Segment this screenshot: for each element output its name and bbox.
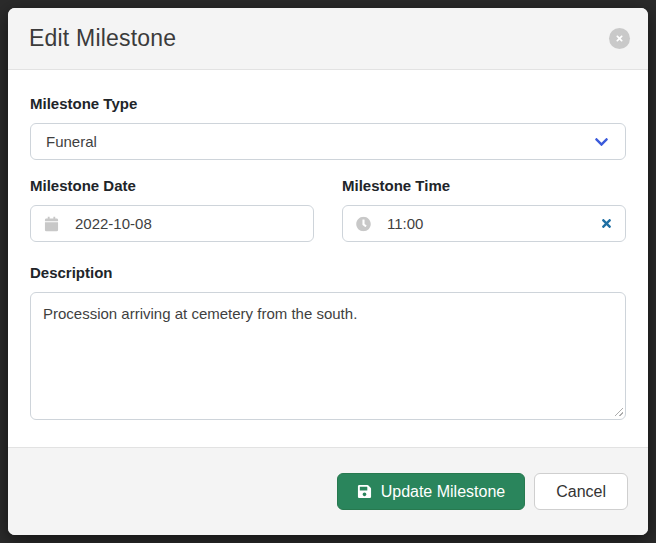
edit-milestone-dialog: Edit Milestone Milestone Type Funeral xyxy=(8,8,648,535)
dialog-header: Edit Milestone xyxy=(8,8,648,70)
milestone-time-input[interactable] xyxy=(342,205,626,242)
description-label: Description xyxy=(30,264,626,281)
clear-time-button[interactable] xyxy=(597,215,615,233)
milestone-date-label: Milestone Date xyxy=(30,177,314,194)
date-time-row: Milestone Date Milestone Time xyxy=(30,177,626,242)
chevron-down-icon xyxy=(594,134,609,149)
milestone-time-label: Milestone Time xyxy=(342,177,626,194)
close-button[interactable] xyxy=(609,28,630,49)
description-wrap: Procession arriving at cemetery from the… xyxy=(30,292,626,420)
milestone-date-input[interactable] xyxy=(30,205,314,242)
description-textarea[interactable]: Procession arriving at cemetery from the… xyxy=(30,292,626,420)
save-icon xyxy=(357,484,372,499)
milestone-date-group: Milestone Date xyxy=(30,177,314,242)
milestone-time-group: Milestone Time xyxy=(342,177,626,242)
update-milestone-label: Update Milestone xyxy=(381,483,506,501)
milestone-type-group: Milestone Type Funeral xyxy=(30,95,626,160)
milestone-time-wrap xyxy=(342,205,626,242)
close-icon xyxy=(615,34,624,43)
dialog-body: Milestone Type Funeral Milestone Date xyxy=(8,70,648,447)
milestone-type-label: Milestone Type xyxy=(30,95,626,112)
milestone-date-wrap xyxy=(30,205,314,242)
milestone-type-value: Funeral xyxy=(46,133,97,150)
description-group: Description Procession arriving at cemet… xyxy=(30,264,626,420)
dialog-footer: Update Milestone Cancel xyxy=(8,447,648,535)
milestone-type-select[interactable]: Funeral xyxy=(30,123,626,160)
dialog-title: Edit Milestone xyxy=(29,25,609,52)
update-milestone-button[interactable]: Update Milestone xyxy=(337,473,526,510)
clear-x-icon xyxy=(600,217,613,230)
cancel-button[interactable]: Cancel xyxy=(534,473,628,510)
